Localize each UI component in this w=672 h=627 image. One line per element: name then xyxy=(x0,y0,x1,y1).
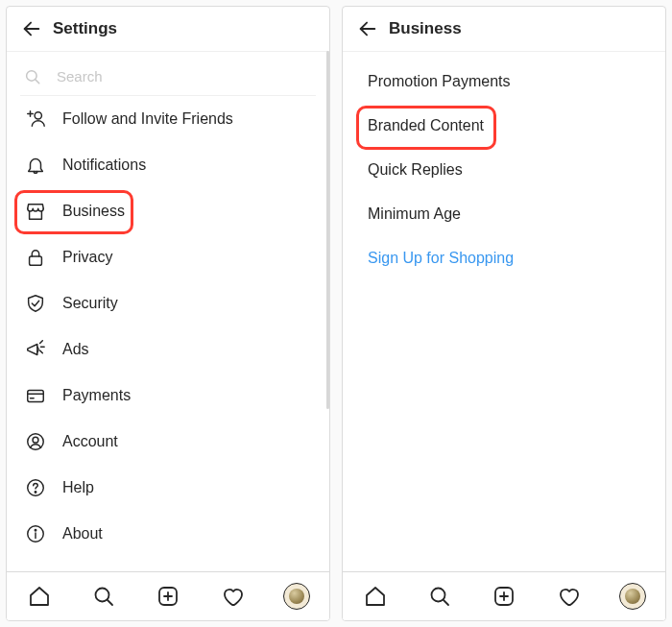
nav-search[interactable] xyxy=(84,577,123,615)
svg-line-2 xyxy=(36,80,39,84)
search-input[interactable] xyxy=(55,67,312,85)
settings-header: Settings xyxy=(7,7,329,52)
list-item-quick-replies[interactable]: Quick Replies xyxy=(343,148,665,192)
list-item-invite[interactable]: Follow and Invite Friends xyxy=(7,96,329,142)
list-item-security[interactable]: Security xyxy=(7,280,329,326)
list-item-label: Security xyxy=(62,295,118,312)
nav-profile[interactable] xyxy=(613,577,652,615)
avatar-icon xyxy=(619,583,646,610)
nav-profile[interactable] xyxy=(277,577,316,615)
search-icon xyxy=(24,68,41,85)
svg-line-9 xyxy=(40,350,43,353)
list-item-label: Sign Up for Shopping xyxy=(368,250,514,267)
svg-rect-6 xyxy=(30,256,42,265)
list-item-about[interactable]: About xyxy=(7,511,329,557)
list-item-notifications[interactable]: Notifications xyxy=(7,142,329,188)
list-item-label: Payments xyxy=(62,387,131,404)
settings-panel: Settings Follow and Invite Friends Notif… xyxy=(6,6,330,621)
list-item-label: Business xyxy=(62,203,125,220)
bell-icon xyxy=(24,154,47,177)
nav-search[interactable] xyxy=(420,577,459,615)
list-item-privacy[interactable]: Privacy xyxy=(7,234,329,280)
megaphone-icon xyxy=(24,338,47,361)
list-item-label: Follow and Invite Friends xyxy=(62,110,233,128)
nav-activity[interactable] xyxy=(213,577,252,615)
shop-icon xyxy=(24,200,47,223)
search-row[interactable] xyxy=(20,61,316,96)
bottom-nav xyxy=(7,571,329,620)
avatar-icon xyxy=(283,583,310,610)
shield-icon xyxy=(24,292,47,315)
nav-home[interactable] xyxy=(20,577,59,615)
svg-point-16 xyxy=(35,492,36,493)
svg-line-21 xyxy=(108,600,112,605)
list-item-label: Notifications xyxy=(62,157,146,174)
back-button[interactable] xyxy=(352,13,383,44)
settings-title: Settings xyxy=(53,19,117,38)
nav-activity[interactable] xyxy=(549,577,588,615)
card-icon xyxy=(24,384,47,407)
list-item-business[interactable]: Business xyxy=(7,188,329,234)
list-item-label: Quick Replies xyxy=(368,161,463,179)
info-icon xyxy=(24,522,47,545)
nav-add[interactable] xyxy=(485,577,523,615)
list-item-ads[interactable]: Ads xyxy=(7,326,329,373)
business-panel: Business Promotion Payments Branded Cont… xyxy=(342,6,666,621)
list-item-label: Help xyxy=(62,479,94,496)
list-item-label: Account xyxy=(62,433,118,450)
business-header: Business xyxy=(343,7,665,52)
list-item-label: Minimum Age xyxy=(368,205,461,223)
svg-line-27 xyxy=(444,600,448,605)
svg-line-7 xyxy=(40,341,43,344)
nav-add[interactable] xyxy=(149,577,187,615)
scroll-indicator xyxy=(326,51,329,409)
back-button[interactable] xyxy=(16,13,47,44)
section-logins: Logins xyxy=(7,557,329,571)
svg-point-14 xyxy=(33,437,38,443)
svg-point-18 xyxy=(35,530,36,531)
lock-icon xyxy=(24,246,47,269)
add-user-icon xyxy=(24,108,47,131)
list-item-payments[interactable]: Payments xyxy=(7,373,329,419)
list-item-help[interactable]: Help xyxy=(7,465,329,511)
list-item-account[interactable]: Account xyxy=(7,419,329,465)
nav-home[interactable] xyxy=(356,577,395,615)
bottom-nav xyxy=(343,571,665,620)
account-icon xyxy=(24,430,47,453)
list-item-label: Ads xyxy=(62,341,89,358)
svg-rect-10 xyxy=(28,391,44,402)
settings-list: Follow and Invite Friends Notifications … xyxy=(7,96,329,571)
list-item-label: Privacy xyxy=(62,249,112,266)
business-title: Business xyxy=(389,19,462,38)
list-item-minimum-age[interactable]: Minimum Age xyxy=(343,192,665,236)
list-item-promotion-payments[interactable]: Promotion Payments xyxy=(343,60,665,104)
business-list: Promotion Payments Branded Content Quick… xyxy=(343,52,665,571)
list-item-label: Branded Content xyxy=(368,117,484,134)
list-item-label: Promotion Payments xyxy=(368,73,511,90)
svg-point-5 xyxy=(35,112,41,119)
list-item-sign-up-shopping[interactable]: Sign Up for Shopping xyxy=(343,236,665,280)
list-item-label: About xyxy=(62,525,103,543)
help-icon xyxy=(24,476,47,499)
list-item-branded-content[interactable]: Branded Content xyxy=(343,104,665,148)
